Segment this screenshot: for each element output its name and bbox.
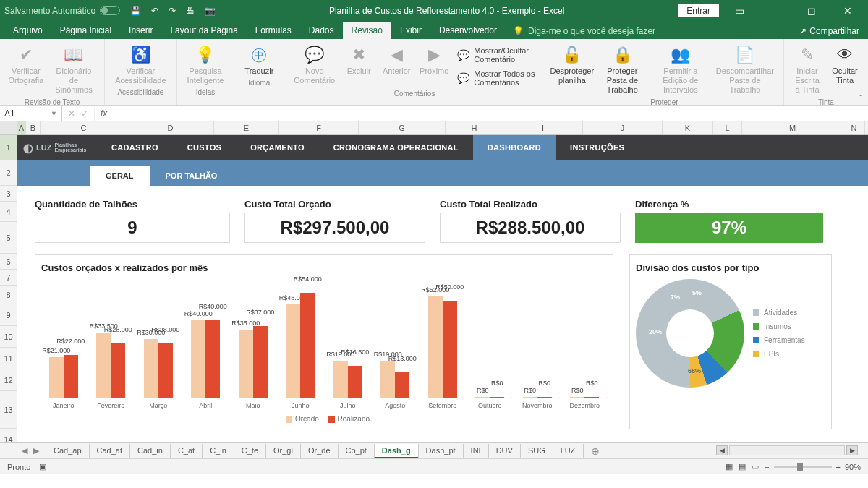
row-10[interactable]: 10: [0, 326, 17, 348]
nav-custos[interactable]: CUSTOS: [173, 135, 236, 160]
menu-tab-layout-da-página[interactable]: Layout da Página: [161, 22, 246, 39]
fx-icon[interactable]: fx: [95, 106, 113, 121]
maximize-icon[interactable]: ◻: [796, 5, 827, 17]
sheet-area[interactable]: ◐ LUZ Planilhas Empresariais CADASTROCUS…: [17, 135, 868, 442]
menu-tab-revisão[interactable]: Revisão: [343, 22, 391, 39]
row-9[interactable]: 9: [0, 304, 17, 326]
verificar-acessibilidade-button[interactable]: ♿Verificar Acessibilidade: [111, 42, 170, 87]
zoom-out-icon[interactable]: −: [765, 463, 769, 471]
col-B[interactable]: B: [26, 121, 41, 134]
sheet-tab-LUZ[interactable]: LUZ: [553, 444, 584, 458]
mostrar-ocultar-comentario[interactable]: 💬Mostrar/Ocultar Comentário: [454, 45, 539, 65]
sheet-tab-DUV[interactable]: DUV: [488, 444, 521, 458]
row-5[interactable]: 5: [0, 222, 17, 254]
traduzir-button[interactable]: ㊥Traduzir: [240, 42, 278, 77]
menu-tab-inserir[interactable]: Inserir: [120, 22, 161, 39]
menu-tab-arquivo[interactable]: Arquivo: [4, 22, 51, 39]
col-I[interactable]: I: [503, 121, 583, 134]
page-break-icon[interactable]: ▭: [752, 462, 759, 471]
row-13[interactable]: 13: [0, 391, 17, 429]
chevron-down-icon[interactable]: ▼: [51, 110, 57, 117]
zoom-control[interactable]: − + 90%: [765, 463, 861, 471]
col-C[interactable]: C: [41, 121, 127, 134]
col-N[interactable]: N: [843, 121, 865, 134]
novo-comentario-button[interactable]: 💬Novo Comentário: [290, 42, 339, 88]
zoom-in-icon[interactable]: +: [836, 463, 841, 471]
row-11[interactable]: 11: [0, 348, 17, 369]
accept-icon[interactable]: ✓: [81, 108, 88, 119]
mostrar-todos-comentarios[interactable]: 💬Mostrar Todos os Comentários: [454, 68, 539, 88]
iniciar-tinta-button[interactable]: ✎Iniciar Escrita à Tinta: [790, 42, 825, 97]
col-H[interactable]: H: [446, 121, 503, 134]
row-7[interactable]: 7: [0, 270, 17, 286]
horizontal-scrollbar[interactable]: ◀▶: [716, 445, 858, 455]
col-J[interactable]: J: [583, 121, 663, 134]
sheet-tab-SUG[interactable]: SUG: [520, 444, 553, 458]
sheet-tab-Cad_in[interactable]: Cad_in: [129, 444, 171, 458]
verificar-ortografia-button[interactable]: ✔Verificar Ortografia: [6, 42, 46, 97]
col-F[interactable]: F: [279, 121, 359, 134]
sheet-tab-Cad_ap[interactable]: Cad_ap: [46, 444, 90, 458]
cancel-icon[interactable]: ✕: [68, 108, 75, 119]
col-A[interactable]: A: [17, 121, 26, 134]
col-K[interactable]: K: [663, 121, 713, 134]
menu-tab-fórmulas[interactable]: Fórmulas: [247, 22, 300, 39]
dicionario-sinonimos-button[interactable]: 📖Dicionário de Sinônimos: [49, 42, 99, 97]
camera-icon[interactable]: 📷: [205, 6, 216, 16]
row-12[interactable]: 12: [0, 369, 17, 391]
select-all-icon[interactable]: [0, 121, 17, 134]
row-4[interactable]: 4: [0, 202, 17, 222]
permitir-edicao-button[interactable]: 👥Permitir a Edição de Intervalos: [652, 42, 710, 97]
pesquisa-inteligente-button[interactable]: 💡Pesquisa Inteligente: [183, 42, 229, 87]
print-icon[interactable]: 🖶: [186, 6, 195, 16]
toggle-icon[interactable]: [100, 6, 120, 15]
proteger-pasta-button[interactable]: 🔒Proteger Pasta de Trabalho: [596, 42, 649, 97]
sheet-tab-Or_gl[interactable]: Or_gl: [265, 444, 301, 458]
sheet-tab-INI[interactable]: INI: [463, 444, 489, 458]
nav-dashboard[interactable]: DASHBOARD: [473, 135, 556, 160]
row-2[interactable]: 2: [0, 160, 17, 186]
col-E[interactable]: E: [214, 121, 279, 134]
tell-me[interactable]: 💡 Diga-me o que você deseja fazer: [506, 23, 791, 39]
proximo-button[interactable]: ▶Próximo: [417, 42, 451, 88]
name-box[interactable]: A1 ▼: [0, 106, 62, 121]
menu-tab-desenvolvedor[interactable]: Desenvolvedor: [430, 22, 506, 39]
formula-input[interactable]: [113, 106, 868, 121]
macro-record-icon[interactable]: ▣: [39, 462, 46, 471]
ocultar-tinta-button[interactable]: 👁Ocultar Tinta: [827, 42, 862, 97]
sheet-tab-Or_de[interactable]: Or_de: [300, 444, 339, 458]
collapse-ribbon-icon[interactable]: ˆ: [859, 94, 862, 103]
row-1[interactable]: 1: [0, 135, 17, 160]
menu-tab-exibir[interactable]: Exibir: [391, 22, 430, 39]
page-layout-icon[interactable]: ▤: [739, 462, 746, 471]
sheet-tab-Dash_pt[interactable]: Dash_pt: [418, 444, 464, 458]
menu-tab-página-inicial[interactable]: Página Inicial: [51, 22, 120, 39]
normal-view-icon[interactable]: ▦: [726, 462, 733, 471]
sheet-tab-Dash_g[interactable]: Dash_g: [374, 444, 419, 458]
signin-button[interactable]: Entrar: [678, 4, 719, 17]
nav-cadastro[interactable]: CADASTRO: [97, 135, 173, 160]
excluir-button[interactable]: ✖Excluir: [341, 42, 376, 88]
anterior-button[interactable]: ◀Anterior: [379, 42, 414, 88]
close-icon[interactable]: ✕: [832, 5, 864, 17]
col-M[interactable]: M: [742, 121, 843, 134]
subnav-por-talhão[interactable]: POR TALHÃO: [150, 166, 234, 186]
menu-tab-dados[interactable]: Dados: [300, 22, 343, 39]
nav-orçamento[interactable]: ORÇAMENTO: [236, 135, 319, 160]
share-button[interactable]: ↗ Compartilhar: [791, 23, 868, 39]
desproteger-planilha-button[interactable]: 🔓Desproteger planilha: [551, 42, 593, 97]
ribbon-options-icon[interactable]: ▭: [723, 5, 755, 17]
row-3[interactable]: 3: [0, 186, 17, 202]
col-L[interactable]: L: [713, 121, 742, 134]
sheet-tab-C_in[interactable]: C_in: [202, 444, 234, 458]
redo-icon[interactable]: ↷: [169, 6, 176, 16]
save-icon[interactable]: 💾: [130, 6, 141, 16]
sheet-tab-Co_pt[interactable]: Co_pt: [338, 444, 375, 458]
sheet-tab-C_fe[interactable]: C_fe: [234, 444, 266, 458]
autosave-toggle[interactable]: Salvamento Automático: [4, 6, 120, 16]
minimize-icon[interactable]: —: [760, 5, 791, 17]
row-8[interactable]: 8: [0, 286, 17, 304]
descompartilhar-button[interactable]: 📄Descompartilhar Pasta de Trabalho: [712, 42, 778, 97]
undo-icon[interactable]: ↶: [151, 6, 158, 16]
nav-cronograma operacional[interactable]: CRONOGRAMA OPERACIONAL: [319, 135, 473, 160]
